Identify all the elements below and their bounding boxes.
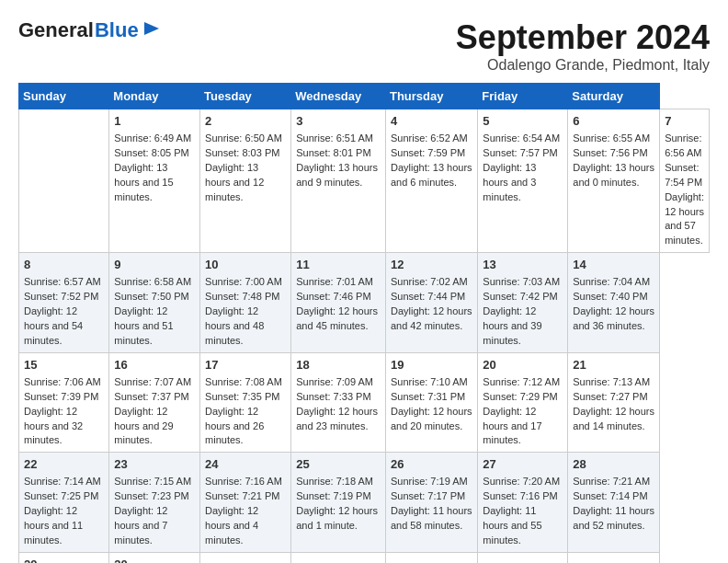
day-number: 20 — [483, 357, 563, 374]
calendar-cell: 27Sunrise: 7:20 AMSunset: 7:16 PMDayligh… — [478, 453, 568, 553]
calendar-cell: 10Sunrise: 7:00 AMSunset: 7:48 PMDayligh… — [200, 253, 291, 353]
daylight-text: Daylight: 13 hours and 15 minutes. — [114, 161, 195, 205]
day-number: 24 — [205, 456, 286, 474]
sunrise-text: Sunrise: 7:19 AM — [391, 475, 472, 489]
daylight-text: Daylight: 12 hours and 11 minutes. — [24, 504, 104, 548]
day-number: 8 — [24, 257, 104, 274]
sunset-text: Sunset: 8:05 PM — [114, 146, 195, 161]
daylight-text: Daylight: 12 hours and 29 minutes. — [114, 405, 195, 449]
calendar-cell: 2Sunrise: 6:50 AMSunset: 8:03 PMDaylight… — [200, 109, 291, 253]
daylight-text: Daylight: 12 hours and 51 minutes. — [114, 304, 195, 349]
day-number: 17 — [205, 357, 286, 374]
sunrise-text: Sunrise: 6:50 AM — [205, 132, 286, 146]
calendar-cell: 18Sunrise: 7:09 AMSunset: 7:33 PMDayligh… — [291, 352, 386, 453]
daylight-text: Daylight: 12 hours and 32 minutes. — [24, 405, 104, 449]
sunrise-text: Sunrise: 6:52 AM — [391, 132, 472, 146]
daylight-text: Daylight: 12 hours and 17 minutes. — [483, 405, 563, 449]
weekday-header-saturday: Saturday — [568, 84, 660, 109]
day-number: 6 — [573, 113, 654, 131]
daylight-text: Daylight: 12 hours and 7 minutes. — [114, 504, 195, 548]
sunrise-text: Sunrise: 6:57 AM — [24, 275, 104, 290]
logo-general-text: General — [18, 18, 94, 42]
day-number: 5 — [483, 113, 563, 131]
calendar-cell: 26Sunrise: 7:19 AMSunset: 7:17 PMDayligh… — [385, 453, 477, 553]
day-number: 4 — [391, 113, 472, 131]
sunrise-text: Sunrise: 7:07 AM — [114, 375, 195, 390]
calendar-cell — [200, 552, 291, 563]
day-number: 2 — [205, 113, 286, 131]
daylight-text: Daylight: 12 hours and 42 minutes. — [391, 304, 472, 334]
calendar-cell — [385, 552, 477, 563]
sunset-text: Sunset: 7:50 PM — [114, 290, 195, 304]
sunrise-text: Sunrise: 7:01 AM — [296, 275, 381, 290]
sunset-text: Sunset: 7:59 PM — [391, 146, 472, 161]
daylight-text: Daylight: 13 hours and 9 minutes. — [296, 161, 381, 190]
calendar-cell: 30Sunrise: 7:24 AMSunset: 7:10 PMDayligh… — [109, 552, 200, 563]
day-number: 7 — [665, 113, 704, 131]
sunset-text: Sunset: 7:46 PM — [296, 290, 381, 304]
sunset-text: Sunset: 7:19 PM — [296, 489, 381, 504]
sunrise-text: Sunrise: 6:56 AM — [665, 132, 704, 161]
calendar-cell — [19, 109, 109, 253]
day-number: 1 — [114, 113, 195, 131]
sunset-text: Sunset: 7:25 PM — [24, 489, 104, 504]
weekday-header-thursday: Thursday — [385, 84, 477, 109]
sunrise-text: Sunrise: 7:18 AM — [296, 475, 381, 489]
daylight-text: Daylight: 12 hours and 45 minutes. — [296, 304, 381, 334]
weekday-header-monday: Monday — [109, 84, 200, 109]
day-number: 16 — [114, 357, 195, 374]
calendar-cell: 21Sunrise: 7:13 AMSunset: 7:27 PMDayligh… — [568, 352, 660, 453]
calendar-cell: 28Sunrise: 7:21 AMSunset: 7:14 PMDayligh… — [568, 453, 660, 553]
sunrise-text: Sunrise: 7:13 AM — [573, 375, 654, 390]
sunset-text: Sunset: 7:39 PM — [24, 390, 104, 405]
calendar-cell: 6Sunrise: 6:55 AMSunset: 7:56 PMDaylight… — [568, 109, 660, 253]
day-number: 21 — [573, 357, 654, 374]
sunset-text: Sunset: 7:33 PM — [296, 390, 381, 405]
calendar-cell: 20Sunrise: 7:12 AMSunset: 7:29 PMDayligh… — [478, 352, 568, 453]
sunset-text: Sunset: 7:14 PM — [573, 489, 654, 504]
day-number: 22 — [24, 456, 104, 474]
calendar-cell: 25Sunrise: 7:18 AMSunset: 7:19 PMDayligh… — [291, 453, 386, 553]
calendar-cell: 17Sunrise: 7:08 AMSunset: 7:35 PMDayligh… — [200, 352, 291, 453]
calendar-cell: 22Sunrise: 7:14 AMSunset: 7:25 PMDayligh… — [19, 453, 109, 553]
sunrise-text: Sunrise: 6:54 AM — [483, 132, 563, 146]
sunrise-text: Sunrise: 6:58 AM — [114, 275, 195, 290]
sunset-text: Sunset: 7:16 PM — [483, 489, 563, 504]
sunset-text: Sunset: 7:29 PM — [483, 390, 563, 405]
sunset-text: Sunset: 8:01 PM — [296, 146, 381, 161]
day-number: 26 — [391, 456, 472, 474]
daylight-text: Daylight: 12 hours and 54 minutes. — [24, 304, 104, 349]
calendar-cell: 8Sunrise: 6:57 AMSunset: 7:52 PMDaylight… — [19, 253, 109, 353]
sunset-text: Sunset: 7:31 PM — [391, 390, 472, 405]
calendar-cell: 9Sunrise: 6:58 AMSunset: 7:50 PMDaylight… — [109, 253, 200, 353]
sunset-text: Sunset: 7:44 PM — [391, 290, 472, 304]
calendar-cell — [568, 552, 660, 563]
weekday-header-friday: Friday — [478, 84, 568, 109]
sunrise-text: Sunrise: 6:55 AM — [573, 132, 654, 146]
sunset-text: Sunset: 7:40 PM — [573, 290, 654, 304]
calendar-cell: 7Sunrise: 6:56 AMSunset: 7:54 PMDaylight… — [660, 109, 710, 253]
sunset-text: Sunset: 7:17 PM — [391, 489, 472, 504]
calendar-cell — [291, 552, 386, 563]
title-block: September 2024 Odalengo Grande, Piedmont… — [456, 18, 710, 74]
calendar-cell: 14Sunrise: 7:04 AMSunset: 7:40 PMDayligh… — [568, 253, 660, 353]
day-number: 15 — [24, 357, 104, 374]
weekday-header-wednesday: Wednesday — [291, 84, 386, 109]
day-number: 30 — [114, 557, 195, 563]
calendar-cell: 1Sunrise: 6:49 AMSunset: 8:05 PMDaylight… — [109, 109, 200, 253]
calendar-cell: 13Sunrise: 7:03 AMSunset: 7:42 PMDayligh… — [478, 253, 568, 353]
sunset-text: Sunset: 7:54 PM — [665, 161, 704, 190]
sunset-text: Sunset: 7:27 PM — [573, 390, 654, 405]
logo-blue-text: Blue — [95, 18, 139, 42]
sunrise-text: Sunrise: 6:49 AM — [114, 132, 195, 146]
day-number: 11 — [296, 257, 381, 274]
sunrise-text: Sunrise: 7:09 AM — [296, 375, 381, 390]
day-number: 13 — [483, 257, 563, 274]
sunset-text: Sunset: 7:35 PM — [205, 390, 286, 405]
daylight-text: Daylight: 12 hours and 48 minutes. — [205, 304, 286, 349]
sunrise-text: Sunrise: 7:15 AM — [114, 475, 195, 489]
location-title: Odalengo Grande, Piedmont, Italy — [456, 57, 710, 74]
calendar-week-row: 1Sunrise: 6:49 AMSunset: 8:05 PMDaylight… — [19, 109, 710, 253]
day-number: 14 — [573, 257, 654, 274]
daylight-text: Daylight: 12 hours and 14 minutes. — [573, 405, 654, 434]
